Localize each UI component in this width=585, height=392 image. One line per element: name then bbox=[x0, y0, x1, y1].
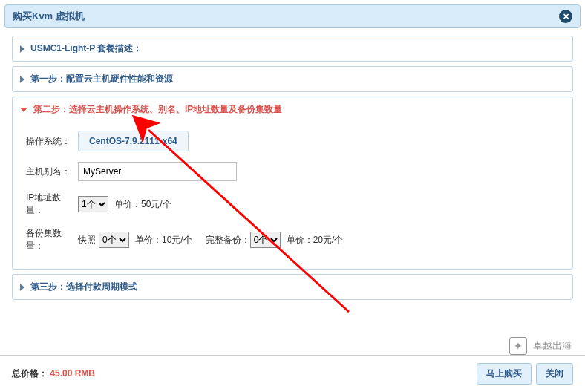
buy-now-button[interactable]: 马上购买 bbox=[477, 363, 532, 385]
accordion-step1-title: 第一步：配置云主机硬件性能和资源 bbox=[30, 73, 173, 85]
wechat-icon: ✦ bbox=[509, 337, 527, 355]
chevron-down-icon bbox=[20, 108, 27, 112]
footer-bar: 总价格： 45.00 RMB 马上购买 关闭 bbox=[0, 355, 585, 392]
row-ip-count: IP地址数量： 1个 单价：50元/个 bbox=[26, 192, 559, 217]
window-titlebar: 购买Kvm 虚拟机 ✕ bbox=[4, 4, 581, 28]
step2-body: 操作系统： CentOS-7.9.2111-x64 主机别名： IP地址数量： … bbox=[13, 122, 572, 269]
watermark-text: 卓越出海 bbox=[533, 339, 572, 353]
total-price-area: 总价格： 45.00 RMB bbox=[12, 368, 95, 380]
chevron-right-icon bbox=[20, 45, 24, 53]
alias-input[interactable] bbox=[78, 162, 237, 181]
ip-count-label: IP地址数量： bbox=[26, 192, 78, 217]
accordion-step2-header[interactable]: 第二步：选择云主机操作系统、别名、IP地址数量及备份集数量 bbox=[13, 97, 572, 122]
total-price: 45.00 RMB bbox=[50, 368, 95, 379]
total-label: 总价格： bbox=[12, 368, 48, 379]
row-os: 操作系统： CentOS-7.9.2111-x64 bbox=[26, 131, 559, 151]
close-button[interactable]: 关闭 bbox=[536, 363, 573, 385]
backup-label: 备份集数量： bbox=[26, 227, 78, 252]
accordion-step2-title: 第二步：选择云主机操作系统、别名、IP地址数量及备份集数量 bbox=[33, 103, 282, 116]
alias-label: 主机别名： bbox=[26, 166, 78, 178]
accordion-package[interactable]: USMC1-Light-P 套餐描述： bbox=[12, 36, 573, 62]
snapshot-unit: 单价：10元/个 bbox=[135, 234, 192, 246]
ip-count-select[interactable]: 1个 bbox=[78, 196, 108, 212]
accordion-step2: 第二步：选择云主机操作系统、别名、IP地址数量及备份集数量 操作系统： Cent… bbox=[12, 97, 573, 270]
row-alias: 主机别名： bbox=[26, 162, 559, 181]
content-area: USMC1-Light-P 套餐描述： 第一步：配置云主机硬件性能和资源 第二步… bbox=[0, 33, 585, 300]
accordion-step3[interactable]: 第三步：选择付款周期模式 bbox=[12, 274, 573, 300]
snapshot-select[interactable]: 0个 bbox=[99, 232, 129, 248]
watermark: ✦ 卓越出海 bbox=[509, 337, 572, 355]
accordion-package-title: USMC1-Light-P 套餐描述： bbox=[30, 42, 142, 55]
window-title: 购买Kvm 虚拟机 bbox=[13, 10, 85, 23]
full-backup-unit: 单价：20元/个 bbox=[287, 234, 344, 246]
accordion-step3-title: 第三步：选择付款周期模式 bbox=[30, 281, 137, 293]
chevron-right-icon bbox=[20, 284, 24, 291]
row-backup: 备份集数量： 快照 0个 单价：10元/个 完整备份： 0个 单价：20元/个 bbox=[26, 227, 559, 252]
ip-unit-label: 单价：50元/个 bbox=[114, 198, 171, 211]
snapshot-label: 快照 bbox=[78, 234, 96, 246]
close-icon[interactable]: ✕ bbox=[559, 10, 572, 23]
chevron-right-icon bbox=[20, 76, 24, 83]
os-label: 操作系统： bbox=[26, 135, 78, 148]
full-backup-select[interactable]: 0个 bbox=[250, 232, 281, 248]
os-select-button[interactable]: CentOS-7.9.2111-x64 bbox=[78, 131, 189, 151]
accordion-step1[interactable]: 第一步：配置云主机硬件性能和资源 bbox=[12, 66, 573, 92]
full-backup-label: 完整备份： bbox=[206, 234, 250, 246]
